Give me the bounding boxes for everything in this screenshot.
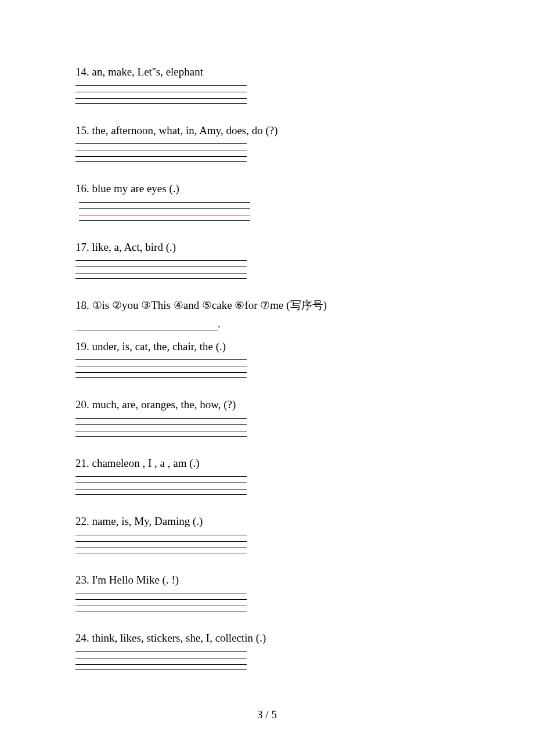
answer-lines-17: [75, 257, 247, 279]
question-20-text: 20. much, are, oranges, the, how, (?): [75, 397, 459, 413]
answer-lines-19: [75, 356, 247, 378]
question-24-text: 24. think, likes, stickers, she, I, coll…: [75, 630, 459, 647]
question-17: 17. like, a, Act, bird (.): [75, 239, 459, 279]
answer-lines-21: [75, 473, 247, 495]
question-21: 21. chameleon , I , a , am (.): [75, 455, 459, 495]
question-22: 22. name, is, My, Daming (.): [75, 513, 459, 553]
question-14-text: 14. an, make, Let''s, elephant: [75, 64, 459, 81]
answer-lines-14: [75, 82, 247, 104]
page-number: 3 / 5: [0, 708, 534, 721]
question-15: 15. the, afternoon, what, in, Amy, does,…: [75, 123, 459, 163]
question-18-blank-line: .: [75, 318, 459, 330]
question-21-text: 21. chameleon , I , a , am (.): [75, 455, 459, 472]
question-23-text: 23. I'm Hello Mike (. !): [75, 572, 459, 589]
question-23: 23. I'm Hello Mike (. !): [75, 572, 459, 612]
question-22-text: 22. name, is, My, Daming (.): [75, 513, 459, 530]
question-18: 18. ①is ②you ③This ④and ⑤cake ⑥for ⑦me (…: [75, 297, 459, 330]
question-19: 19. under, is, cat, the, chair, the (.): [75, 339, 459, 379]
question-14: 14. an, make, Let''s, elephant: [75, 64, 459, 104]
question-16: 16. blue my are eyes (.): [75, 181, 459, 221]
question-19-text: 19. under, is, cat, the, chair, the (.): [75, 339, 459, 355]
answer-lines-16: [79, 199, 250, 221]
answer-lines-22: [75, 531, 247, 553]
question-24: 24. think, likes, stickers, she, I, coll…: [75, 630, 459, 670]
answer-lines-23: [75, 589, 247, 611]
answer-lines-20: [75, 415, 247, 437]
question-20: 20. much, are, oranges, the, how, (?): [75, 397, 459, 437]
question-18-text: 18. ①is ②you ③This ④and ⑤cake ⑥for ⑦me (…: [75, 297, 459, 314]
answer-lines-15: [75, 140, 247, 162]
question-16-text: 16. blue my are eyes (.): [75, 181, 459, 197]
q18-period: .: [218, 318, 221, 330]
question-17-text: 17. like, a, Act, bird (.): [75, 239, 459, 256]
answer-lines-24: [75, 648, 247, 670]
question-15-text: 15. the, afternoon, what, in, Amy, does,…: [75, 123, 459, 139]
